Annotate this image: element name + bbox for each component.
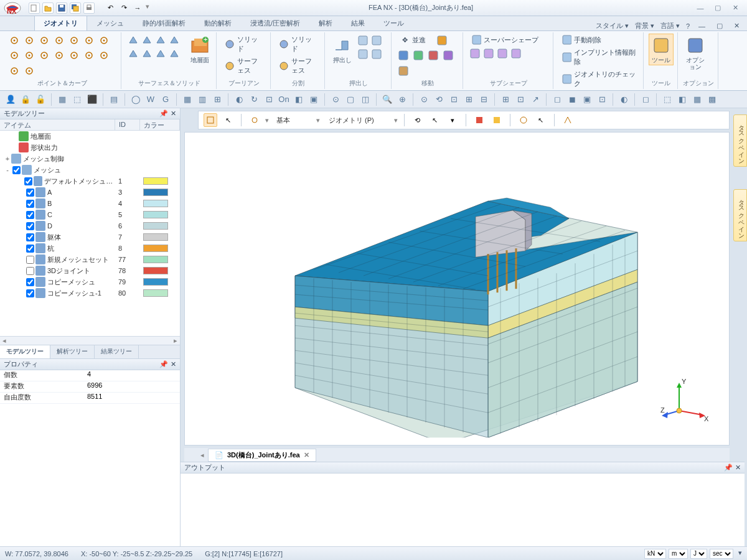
close-icon[interactable]: ✕ [735,464,741,472]
ribbon-right-0[interactable]: スタイル ▾ [596,21,629,30]
mesh-item-6[interactable]: D6 [0,220,180,231]
vp-mode-dropdown[interactable] [378,114,390,126]
big-オプション[interactable]: オプション [683,34,708,72]
geom-tool-3[interactable] [52,34,66,47]
ブーリアン-ソリッド[interactable]: ソリッド [222,34,266,55]
mesh-item-77[interactable]: 新規メッシュセット77 [0,254,180,265]
move-opt-0[interactable] [435,34,449,47]
vp-cursor-icon[interactable]: ↖ [221,113,235,127]
tb2-btn-4[interactable]: ▦ [55,93,69,106]
tab-scroll-left[interactable]: ◂ [200,451,204,459]
tb2-btn-1[interactable]: 🔒 [19,93,32,106]
tb2-btn-27[interactable]: ◫ [359,93,372,106]
geom-tool-10[interactable] [52,49,66,62]
tree-tab-1[interactable]: 解析ツリー [50,345,95,358]
tb2-btn-40[interactable]: ↗ [529,93,542,106]
tb2-btn-21[interactable]: On [277,93,291,106]
tb2-btn-26[interactable]: ▢ [344,93,357,106]
tb2-btn-36[interactable]: ⊟ [477,93,491,106]
geom-tool-13[interactable] [97,49,111,62]
surf-tool-5[interactable] [140,47,154,61]
vp-tool-2[interactable]: ↖ [428,113,442,127]
geom-tool-8[interactable] [22,49,36,62]
surf-tool-1[interactable] [140,34,154,47]
tb2-btn-54[interactable]: ▩ [705,93,719,106]
tb2-btn-5[interactable]: ⬚ [70,93,84,106]
big-地層面[interactable]: +地層面 [187,34,212,65]
cmd-スーパーシェープ[interactable]: スーパーシェープ [468,34,549,46]
tb2-btn-53[interactable]: ▦ [690,93,704,106]
move-opt-1[interactable] [397,49,410,62]
tb2-btn-42[interactable]: ◻ [550,93,564,106]
tb2-btn-12[interactable]: G [159,93,172,106]
vp-select-icon[interactable] [204,113,217,127]
mesh-item-80[interactable]: コピーメッシュ-180 [0,287,180,299]
tb2-btn-11[interactable]: W [144,93,157,106]
extrude-opt-1[interactable] [370,34,383,47]
tb2-btn-25[interactable]: ⊙ [329,93,342,106]
scroll-right[interactable]: ▸ [171,337,180,345]
big-ツール[interactable]: ツール [649,34,674,65]
qat-print[interactable] [83,2,95,14]
tb2-btn-51[interactable]: ⬚ [660,93,674,106]
move-opt-2[interactable] [411,49,425,62]
qat-redo[interactable]: ↷ [118,2,129,14]
close-icon[interactable]: ✕ [171,360,176,368]
tb2-btn-35[interactable]: ⊞ [462,93,476,106]
ribbon-tab-6[interactable]: 結果 [342,16,374,30]
cmd-インプリント情報削除[interactable]: インプリント情報削除 [558,47,639,68]
move-並進[interactable]: ✥並進 [397,34,434,46]
ブーリアン-サーフェス[interactable]: サーフェス [222,55,266,77]
vp-tool-8[interactable] [561,113,575,127]
child-win-close[interactable]: ✕ [731,21,742,30]
分割-サーフェス[interactable]: サーフェス [276,55,321,77]
ribbon-right-2[interactable]: 言語 ▾ [660,21,680,30]
ribbon-right-1[interactable]: 背景 ▾ [635,21,654,30]
tb2-btn-19[interactable]: ↻ [247,93,261,106]
geom-tool-6[interactable] [97,34,111,47]
tb2-btn-29[interactable]: 🔍 [380,93,394,106]
ribbon-tab-1[interactable]: メッシュ [87,16,133,30]
geom-tool-2[interactable] [37,34,51,47]
geom-tool-7[interactable] [7,49,21,62]
cmd-手動削除[interactable]: 手動削除 [558,34,639,46]
document-tab[interactable]: 📄 3D(橋台)_Jointあり.fea ✕ [208,449,316,462]
child-win-max[interactable]: ▢ [714,21,725,30]
surf-tool-2[interactable] [154,34,167,47]
unit-select-0[interactable]: kN [644,549,666,559]
surf-tool-0[interactable] [126,34,140,47]
tb2-btn-43[interactable]: ◼ [565,93,579,106]
close-icon[interactable]: ✕ [171,110,176,118]
geom-tool-5[interactable] [82,34,96,47]
tb2-btn-6[interactable]: ⬛ [85,93,99,106]
output-body[interactable] [181,474,745,546]
geom-tool-9[interactable] [37,49,51,62]
move-opt-5[interactable] [397,64,410,78]
extrude-opt-3[interactable] [370,47,383,61]
tree-tab-2[interactable]: 結果ツリー [95,345,139,358]
tb2-btn-10[interactable]: ◯ [129,93,143,106]
mesh-item-78[interactable]: 3Dジョイント78 [0,265,180,276]
ribbon-tab-2[interactable]: 静的/斜面解析 [133,16,195,30]
ribbon-tab-7[interactable]: ツール [374,16,413,30]
unit-select-1[interactable]: m [669,549,688,559]
mesh-item-7[interactable]: 躯体7 [0,231,180,243]
qat-new[interactable] [29,2,40,14]
tb2-btn-47[interactable]: ◐ [617,93,631,106]
doc-close-icon[interactable]: ✕ [304,451,309,459]
tb2-btn-34[interactable]: ⊡ [447,93,461,106]
qat-open[interactable] [42,2,54,14]
qat-undo[interactable]: ↶ [105,2,116,14]
mesh-item-4[interactable]: B4 [0,198,180,209]
task-pane-tab-1[interactable]: タスクペイン [733,114,747,167]
mesh-item-8[interactable]: 杭8 [0,243,180,254]
tree-item-地層面[interactable]: 地層面 [0,131,180,142]
tb2-btn-45[interactable]: ⊡ [595,93,609,106]
surf-tool-4[interactable] [126,47,140,61]
mesh-item-79[interactable]: コピーメッシュ79 [0,276,180,287]
qat-repeat[interactable]: → [132,2,143,14]
geom-tool-12[interactable] [82,49,96,62]
ribbon-tab-0[interactable]: ジオメトリ [34,16,87,30]
tb2-btn-30[interactable]: ⊕ [395,93,409,106]
geom-tool-14[interactable] [7,64,21,78]
